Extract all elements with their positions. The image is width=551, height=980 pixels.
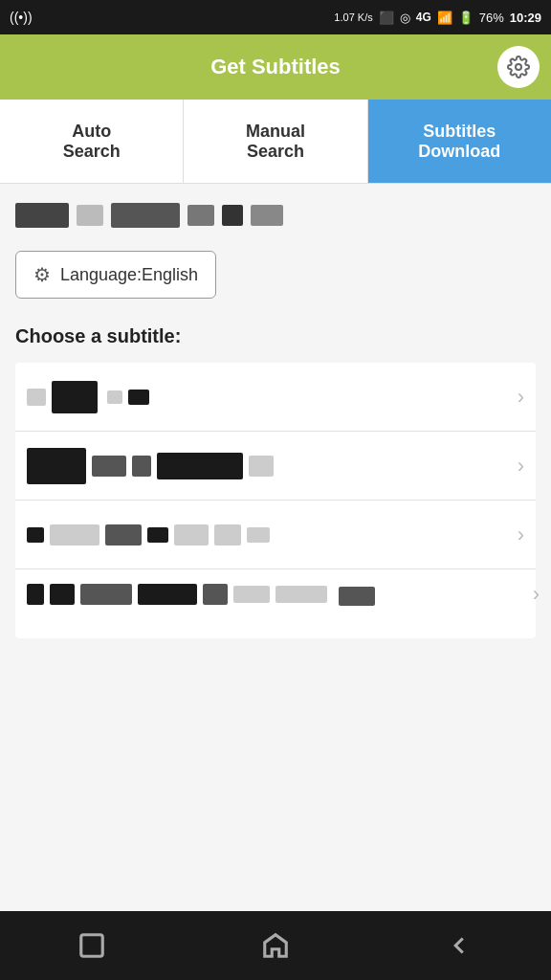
page-title: Get Subtitles xyxy=(210,55,341,79)
subtitle-text-block xyxy=(50,524,99,546)
filter-item-3[interactable] xyxy=(111,203,180,228)
subtitle-text-block xyxy=(52,381,98,413)
subtitle-text-block xyxy=(214,524,241,546)
language-button[interactable]: ⚙ Language:English xyxy=(15,251,216,299)
svg-rect-1 xyxy=(81,935,103,957)
subtitle-text-block xyxy=(27,448,86,484)
tab-subtitles-download[interactable]: SubtitlesDownload xyxy=(368,100,551,183)
signal-icon: 📶 xyxy=(437,11,452,25)
language-label: Language:English xyxy=(60,265,198,285)
subtitle-text-block xyxy=(157,453,243,479)
network-type: 4G xyxy=(416,11,431,24)
cast-icon: ⬛ xyxy=(379,11,394,25)
battery-icon: 🔋 xyxy=(458,11,474,25)
subtitle-text-block xyxy=(107,390,122,404)
header: Get Subtitles xyxy=(0,34,551,100)
filter-item-1[interactable] xyxy=(15,203,69,228)
filter-item-6[interactable] xyxy=(251,205,283,226)
subtitle-text-block xyxy=(27,584,44,605)
subtitle-item-4[interactable]: › xyxy=(15,569,536,638)
tab-auto-search[interactable]: AutoSearch xyxy=(0,100,184,183)
chevron-right-icon: › xyxy=(518,385,524,410)
subtitle-text-block xyxy=(247,527,270,543)
tab-bar: AutoSearch ManualSearch SubtitlesDownloa… xyxy=(0,100,551,184)
chevron-right-icon: › xyxy=(518,454,524,479)
square-icon xyxy=(77,931,106,960)
filter-item-2[interactable] xyxy=(77,205,103,226)
subtitle-text-block xyxy=(27,389,46,406)
chevron-right-icon: › xyxy=(533,582,536,607)
subtitle-item-3-content xyxy=(27,524,510,546)
tab-manual-search[interactable]: ManualSearch xyxy=(184,100,367,183)
subtitle-text-block xyxy=(174,524,209,546)
back-icon xyxy=(445,931,474,960)
subtitle-item-4-content: › xyxy=(27,583,524,606)
main-content: ⚙ Language:English Choose a subtitle: › xyxy=(0,184,551,911)
filter-item-5[interactable] xyxy=(222,205,243,226)
subtitle-item-2[interactable]: › xyxy=(15,432,536,501)
bottom-nav xyxy=(0,911,551,980)
subtitle-text-block xyxy=(249,456,274,477)
clock: 10:29 xyxy=(510,11,541,25)
subtitle-item-3[interactable]: › xyxy=(15,501,536,569)
section-title: Choose a subtitle: xyxy=(15,325,536,347)
svg-point-0 xyxy=(516,64,521,70)
settings-button[interactable] xyxy=(497,46,540,88)
status-bar: ((•)) 1.07 K/s ⬛ ◎ 4G 📶 🔋 76% 10:29 xyxy=(0,0,551,34)
filter-row xyxy=(15,203,536,228)
subtitle-text-block xyxy=(138,584,197,605)
chevron-right-icon: › xyxy=(518,523,524,547)
battery-level: 76% xyxy=(479,11,504,25)
language-gear-icon: ⚙ xyxy=(33,263,51,286)
subtitle-text-block xyxy=(203,584,228,605)
location-icon: ◎ xyxy=(400,11,410,25)
speed-indicator: 1.07 K/s xyxy=(334,11,372,23)
nav-home-button[interactable] xyxy=(261,931,290,960)
home-icon xyxy=(261,931,290,960)
gear-icon xyxy=(507,56,530,78)
subtitle-text-block xyxy=(276,586,327,603)
subtitle-text-block xyxy=(105,524,142,546)
nav-back-button[interactable] xyxy=(445,931,474,960)
nav-recents-button[interactable] xyxy=(77,931,106,960)
subtitle-text-block xyxy=(128,390,149,405)
subtitle-text-block xyxy=(50,584,75,605)
subtitle-text-block xyxy=(339,587,375,606)
subtitle-list: › › › xyxy=(15,363,536,638)
status-right: 1.07 K/s ⬛ ◎ 4G 📶 🔋 76% 10:29 xyxy=(334,11,541,25)
status-left: ((•)) xyxy=(10,10,33,25)
subtitle-item-1-content xyxy=(27,381,510,413)
subtitle-text-block xyxy=(27,527,44,543)
subtitle-text-block xyxy=(80,584,132,605)
subtitle-text-block xyxy=(147,527,168,543)
subtitle-item-2-content xyxy=(27,448,510,484)
wifi-icon: ((•)) xyxy=(10,10,33,25)
subtitle-text-block xyxy=(92,456,126,477)
filter-item-4[interactable] xyxy=(187,205,214,226)
subtitle-text-block xyxy=(132,456,151,477)
subtitle-text-block xyxy=(233,586,270,603)
subtitle-item-1[interactable]: › xyxy=(15,363,536,432)
